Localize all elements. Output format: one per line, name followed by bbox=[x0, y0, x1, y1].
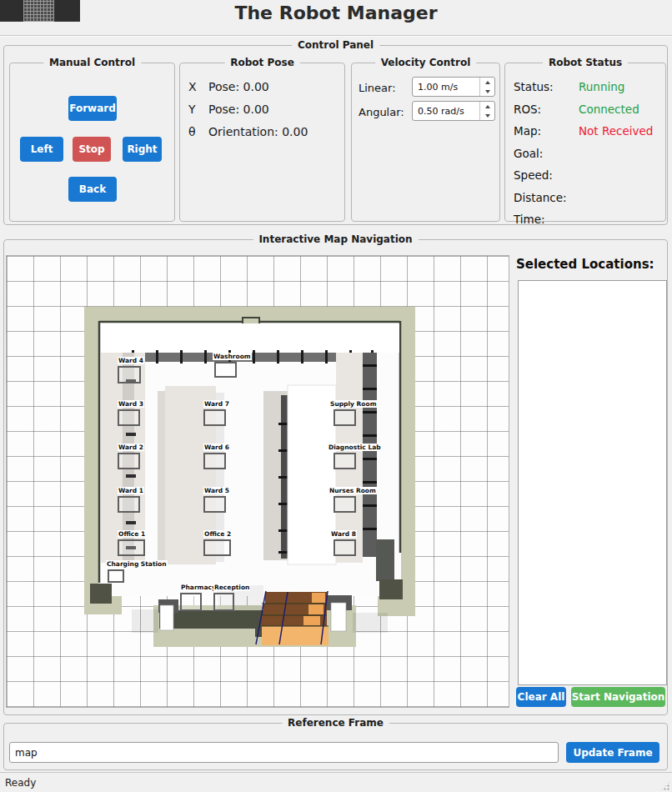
map-location-box-office-2[interactable] bbox=[203, 539, 231, 556]
pose-symbol: θ bbox=[188, 125, 208, 138]
map-location-box-nurses-room[interactable] bbox=[333, 496, 356, 513]
map-location-box-ward-1[interactable] bbox=[118, 496, 140, 513]
map-location-box-diagnostic-lab[interactable] bbox=[333, 453, 356, 469]
start-navigation-button[interactable]: Start Navigation bbox=[571, 687, 665, 707]
map-location-label-ward-1[interactable]: Ward 1 bbox=[118, 487, 144, 494]
map-location-label-ward-3[interactable]: Ward 3 bbox=[118, 400, 144, 408]
resize-grip[interactable] bbox=[660, 781, 670, 791]
map-location-label-office-1[interactable]: Office 1 bbox=[118, 530, 146, 538]
map-location-label-nurses-room[interactable]: Nurses Room bbox=[328, 487, 377, 494]
map-location-box-ward-2[interactable] bbox=[118, 453, 140, 469]
angular-velocity-label: Angular: bbox=[359, 106, 404, 118]
map-canvas[interactable]: Ward 4WashroomWard 3Ward 7Supply RoomWar… bbox=[6, 255, 509, 708]
update-frame-button[interactable]: Update Frame bbox=[566, 742, 659, 763]
robot-status-group: Robot Status Status:RunningROS:Connected… bbox=[504, 63, 666, 222]
interactive-map-group: Interactive Map Navigation bbox=[3, 239, 668, 715]
status-row-2: Map:Not Received bbox=[514, 124, 660, 138]
status-label: Speed: bbox=[514, 168, 579, 182]
status-value bbox=[579, 191, 660, 204]
header: The Robot Manager bbox=[0, 0, 672, 33]
status-label: Status: bbox=[514, 80, 579, 93]
status-row-0: Status:Running bbox=[514, 80, 660, 93]
map-location-label-supply-room[interactable]: Supply Room bbox=[329, 400, 377, 408]
robot-pose-title: Robot Pose bbox=[224, 57, 300, 68]
map-location-label-ward-2[interactable]: Ward 2 bbox=[118, 444, 144, 451]
map-location-box-pharmacy[interactable] bbox=[180, 593, 202, 611]
pose-symbol: X bbox=[188, 80, 208, 93]
map-location-label-office-2[interactable]: Office 2 bbox=[203, 530, 232, 538]
status-row-5: Distance: bbox=[514, 191, 660, 204]
linear-spin-up-button[interactable] bbox=[480, 78, 494, 87]
back-button[interactable]: Back bbox=[68, 177, 117, 202]
status-row-4: Speed: bbox=[514, 168, 660, 182]
status-label: Time: bbox=[514, 213, 579, 226]
selected-locations-list[interactable] bbox=[518, 280, 667, 685]
linear-velocity-spinbox[interactable]: 1.00 m/s bbox=[412, 77, 495, 97]
map-location-box-ward-3[interactable] bbox=[118, 409, 140, 426]
map-location-label-washroom[interactable]: Washroom bbox=[213, 353, 252, 360]
robot-status-rows: Status:RunningROS:ConnectedMap:Not Recei… bbox=[514, 80, 660, 235]
reference-frame-input[interactable] bbox=[9, 742, 559, 763]
clear-all-button[interactable]: Clear All bbox=[516, 687, 566, 707]
triangle-down-icon bbox=[485, 114, 490, 118]
status-row-3: Goal: bbox=[514, 147, 660, 160]
status-row-6: Time: bbox=[514, 213, 660, 226]
angular-velocity-spinbox[interactable]: 0.50 rad/s bbox=[412, 101, 495, 121]
right-button[interactable]: Right bbox=[123, 137, 162, 162]
map-location-box-supply-room[interactable] bbox=[333, 409, 356, 426]
status-value bbox=[579, 213, 660, 226]
linear-spin-down-button[interactable] bbox=[480, 87, 494, 96]
map-location-box-ward-7[interactable] bbox=[203, 409, 226, 426]
map-location-box-ward-6[interactable] bbox=[203, 453, 226, 469]
triangle-up-icon bbox=[485, 81, 490, 84]
map-location-label-charging-station[interactable]: Charging Station bbox=[106, 560, 168, 568]
manual-control-title: Manual Control bbox=[43, 57, 141, 68]
angular-spin-down-button[interactable] bbox=[480, 111, 494, 120]
map-location-label-reception[interactable]: Reception bbox=[213, 584, 250, 591]
manual-control-group: Manual Control Forward Left Stop Right B… bbox=[9, 63, 175, 222]
map-location-label-pharmacy[interactable]: Pharmacy bbox=[180, 584, 217, 591]
status-label: Distance: bbox=[514, 191, 579, 204]
status-bar-text: Ready bbox=[5, 777, 36, 789]
app-title: The Robot Manager bbox=[0, 3, 672, 23]
status-label: Goal: bbox=[514, 147, 579, 160]
linear-velocity-value: 1.00 m/s bbox=[413, 78, 479, 96]
map-location-box-ward-5[interactable] bbox=[203, 496, 226, 513]
angular-spin-up-button[interactable] bbox=[480, 102, 494, 111]
map-location-box-ward-4[interactable] bbox=[118, 366, 141, 383]
interactive-map-title: Interactive Map Navigation bbox=[253, 233, 418, 245]
status-bar: Ready bbox=[0, 772, 672, 792]
map-location-label-ward-5[interactable]: Ward 5 bbox=[203, 487, 230, 494]
map-location-label-ward-8[interactable]: Ward 8 bbox=[330, 530, 357, 538]
map-location-label-ward-6[interactable]: Ward 6 bbox=[203, 444, 230, 451]
status-label: ROS: bbox=[514, 103, 579, 116]
velocity-control-title: Velocity Control bbox=[375, 57, 477, 68]
pose-symbol: Y bbox=[188, 103, 208, 116]
triangle-up-icon bbox=[485, 105, 490, 108]
selected-locations-heading: Selected Locations: bbox=[516, 257, 654, 272]
map-location-label-diagnostic-lab[interactable]: Diagnostic Lab bbox=[328, 444, 382, 451]
status-row-1: ROS:Connected bbox=[514, 103, 660, 116]
control-panel-title: Control Panel bbox=[292, 39, 379, 51]
triangle-down-icon bbox=[485, 90, 490, 93]
pose-text: Orientation: 0.00 bbox=[208, 125, 308, 138]
robot-pose-rows: XPose: 0.00YPose: 0.00θOrientation: 0.00 bbox=[188, 80, 338, 148]
linear-spin-buttons bbox=[479, 78, 494, 96]
pose-row-0: XPose: 0.00 bbox=[188, 80, 338, 93]
map-location-label-ward-7[interactable]: Ward 7 bbox=[203, 400, 230, 408]
robot-pose-group: Robot Pose XPose: 0.00YPose: 0.00θOrient… bbox=[179, 63, 345, 222]
angular-spin-buttons bbox=[479, 102, 494, 120]
map-location-box-ward-8[interactable] bbox=[333, 539, 356, 556]
map-location-label-ward-4[interactable]: Ward 4 bbox=[118, 357, 144, 364]
pose-row-1: YPose: 0.00 bbox=[188, 103, 338, 116]
map-location-box-washroom[interactable] bbox=[214, 362, 237, 378]
map-location-box-charging-station[interactable] bbox=[108, 569, 124, 583]
pose-row-2: θOrientation: 0.00 bbox=[188, 125, 338, 138]
forward-button[interactable]: Forward bbox=[68, 96, 117, 121]
map-location-box-reception[interactable] bbox=[213, 593, 234, 611]
stop-button[interactable]: Stop bbox=[73, 137, 111, 162]
left-button[interactable]: Left bbox=[20, 137, 63, 162]
status-value: Connected bbox=[579, 103, 660, 116]
map-location-box-office-1[interactable] bbox=[118, 539, 145, 556]
header-divider bbox=[0, 35, 672, 37]
